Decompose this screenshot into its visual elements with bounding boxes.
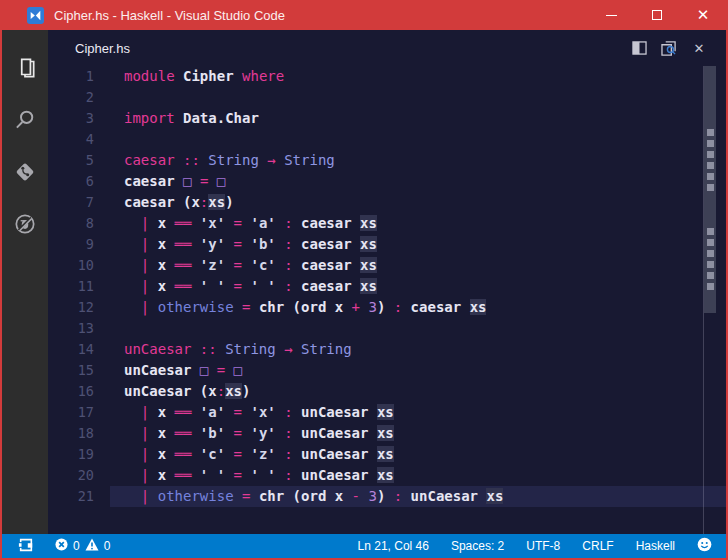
- code-line-content[interactable]: | otherwise = chr (ord x - 3) : unCaesar…: [110, 486, 726, 507]
- line-number[interactable]: 12: [48, 297, 110, 318]
- code-line-content[interactable]: caesar :: String → String: [110, 150, 726, 171]
- layout-icon[interactable]: [18, 537, 34, 556]
- code-line-content[interactable]: | x ══ 'a' = 'x' : unCaesar xs: [110, 402, 726, 423]
- line-number[interactable]: 16: [48, 381, 110, 402]
- code-line-content[interactable]: | x ══ 'z' = 'c' : caesar xs: [110, 255, 726, 276]
- line-number[interactable]: 13: [48, 318, 110, 339]
- code-token-op: |: [124, 425, 158, 441]
- feedback-smiley-icon[interactable]: [697, 537, 712, 555]
- code-line[interactable]: 13: [48, 318, 726, 339]
- close-editor-icon[interactable]: ✕: [690, 39, 708, 57]
- code-line-content[interactable]: | x ══ ' ' = ' ' : unCaesar xs: [110, 465, 726, 486]
- line-number[interactable]: 9: [48, 234, 110, 255]
- eol-sequence[interactable]: CRLF: [582, 539, 613, 553]
- code-line[interactable]: 15unCaesar □ = □: [48, 360, 726, 381]
- sidebar-item-source-control[interactable]: [2, 148, 48, 200]
- encoding[interactable]: UTF-8: [526, 539, 560, 553]
- overview-ruler-mark: [707, 239, 714, 246]
- code-line-content[interactable]: | x ══ 'y' = 'b' : caesar xs: [110, 234, 726, 255]
- code-token-id: unCaesar (x: [124, 383, 217, 399]
- line-number[interactable]: 4: [48, 129, 110, 150]
- code-line-content[interactable]: unCaesar □ = □: [110, 360, 726, 381]
- sidebar-item-explorer[interactable]: [2, 44, 48, 96]
- search-icon: [12, 107, 38, 137]
- split-editor-icon[interactable]: [630, 39, 648, 57]
- code-token-op: =: [234, 425, 251, 441]
- code-line-content[interactable]: unCaesar (x:xs): [110, 381, 726, 402]
- code-line[interactable]: 11 | x ══ ' ' = ' ' : caesar xs: [48, 276, 726, 297]
- code-token-id: ): [225, 194, 233, 210]
- line-number[interactable]: 5: [48, 150, 110, 171]
- code-line-content[interactable]: module Cipher where: [110, 66, 726, 87]
- overview-ruler-mark: [707, 250, 714, 257]
- code-token-blue: otherwise: [158, 299, 242, 315]
- line-number[interactable]: 15: [48, 360, 110, 381]
- code-line[interactable]: 21 | otherwise = chr (ord x - 3) : unCae…: [48, 486, 726, 507]
- code-line[interactable]: 6caesar □ = □: [48, 171, 726, 192]
- sidebar-item-search[interactable]: [2, 96, 48, 148]
- code-lines: 1module Cipher where23import Data.Char45…: [48, 66, 726, 507]
- tab-cipher-hs[interactable]: Cipher.hs: [75, 41, 130, 56]
- code-token-op: →: [267, 152, 284, 168]
- code-line-content[interactable]: | x ══ 'b' = 'y' : unCaesar xs: [110, 423, 726, 444]
- maximize-button[interactable]: [634, 0, 680, 30]
- problems-indicator[interactable]: 0 0: [55, 538, 110, 554]
- code-line-content[interactable]: import Data.Char: [110, 108, 726, 129]
- code-line[interactable]: 4: [48, 129, 726, 150]
- indentation[interactable]: Spaces: 2: [451, 539, 504, 553]
- overview-ruler-mark: [707, 228, 714, 235]
- code-line-content[interactable]: caesar (x:xs): [110, 192, 726, 213]
- line-number[interactable]: 10: [48, 255, 110, 276]
- line-number[interactable]: 7: [48, 192, 110, 213]
- code-line[interactable]: 7caesar (x:xs): [48, 192, 726, 213]
- code-line[interactable]: 2: [48, 87, 726, 108]
- code-line[interactable]: 20 | x ══ ' ' = ' ' : unCaesar xs: [48, 465, 726, 486]
- overview-ruler-mark: [707, 151, 714, 158]
- line-number[interactable]: 19: [48, 444, 110, 465]
- line-number[interactable]: 6: [48, 171, 110, 192]
- sidebar-item-debug[interactable]: [2, 200, 48, 252]
- code-line-content[interactable]: [110, 129, 726, 150]
- code-line-content[interactable]: | x ══ 'c' = 'z' : unCaesar xs: [110, 444, 726, 465]
- vscode-window: Cipher.hs - Haskell - Visual Studio Code…: [0, 0, 728, 560]
- code-token-op: |: [124, 488, 158, 504]
- code-line[interactable]: 17 | x ══ 'a' = 'x' : unCaesar xs: [48, 402, 726, 423]
- line-number[interactable]: 11: [48, 276, 110, 297]
- code-line[interactable]: 10 | x ══ 'z' = 'c' : caesar xs: [48, 255, 726, 276]
- vscode-logo-icon[interactable]: [27, 7, 44, 24]
- code-line[interactable]: 19 | x ══ 'c' = 'z' : unCaesar xs: [48, 444, 726, 465]
- code-line-content[interactable]: | x ══ 'x' = 'a' : caesar xs: [110, 213, 726, 234]
- code-line-content[interactable]: unCaesar :: String → String: [110, 339, 726, 360]
- code-line[interactable]: 14unCaesar :: String → String: [48, 339, 726, 360]
- line-number[interactable]: 1: [48, 66, 110, 87]
- language-mode[interactable]: Haskell: [636, 539, 675, 553]
- code-line-content[interactable]: | otherwise = chr (ord x + 3) : caesar x…: [110, 297, 726, 318]
- code-line[interactable]: 18 | x ══ 'b' = 'y' : unCaesar xs: [48, 423, 726, 444]
- code-token-id: caesar: [124, 173, 183, 189]
- line-number[interactable]: 20: [48, 465, 110, 486]
- code-line-content[interactable]: [110, 318, 726, 339]
- line-number[interactable]: 2: [48, 87, 110, 108]
- minimize-button[interactable]: [588, 0, 634, 30]
- code-line-content[interactable]: | x ══ ' ' = ' ' : caesar xs: [110, 276, 726, 297]
- code-line[interactable]: 9 | x ══ 'y' = 'b' : caesar xs: [48, 234, 726, 255]
- code-line[interactable]: 16unCaesar (x:xs): [48, 381, 726, 402]
- error-count: 0: [73, 539, 80, 553]
- line-number[interactable]: 17: [48, 402, 110, 423]
- code-line[interactable]: 1module Cipher where: [48, 66, 726, 87]
- code-line-content[interactable]: [110, 87, 726, 108]
- code-line[interactable]: 5caesar :: String → String: [48, 150, 726, 171]
- line-number[interactable]: 3: [48, 108, 110, 129]
- close-button[interactable]: ✕: [680, 0, 726, 30]
- line-number[interactable]: 8: [48, 213, 110, 234]
- line-number[interactable]: 18: [48, 423, 110, 444]
- code-line-content[interactable]: caesar □ = □: [110, 171, 726, 192]
- code-line[interactable]: 8 | x ══ 'x' = 'a' : caesar xs: [48, 213, 726, 234]
- code-line[interactable]: 3import Data.Char: [48, 108, 726, 129]
- cursor-position[interactable]: Ln 21, Col 46: [358, 539, 429, 553]
- line-number[interactable]: 21: [48, 486, 110, 507]
- line-number[interactable]: 14: [48, 339, 110, 360]
- code-line[interactable]: 12 | otherwise = chr (ord x + 3) : caesa…: [48, 297, 726, 318]
- open-preview-icon[interactable]: [660, 39, 678, 57]
- code-token-str: 'b': [191, 425, 233, 441]
